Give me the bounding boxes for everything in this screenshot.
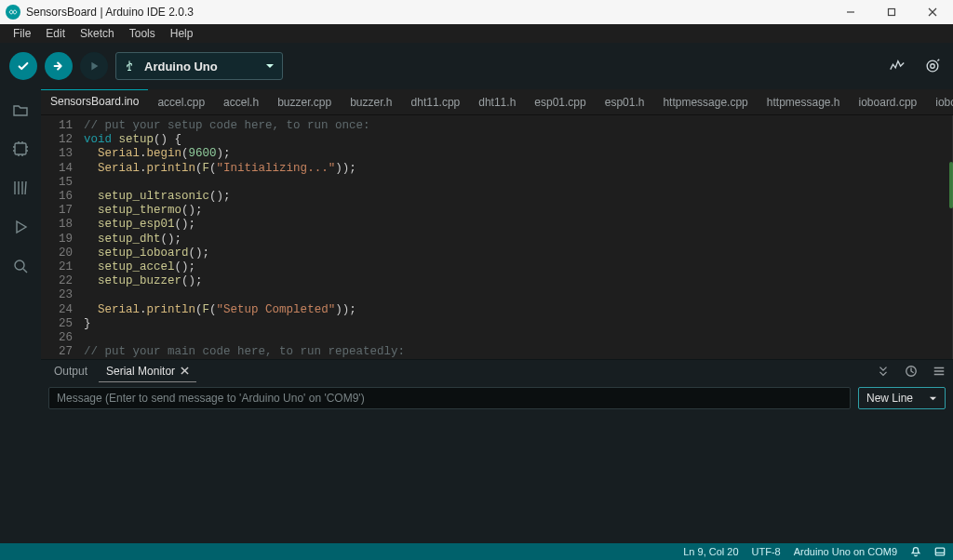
status-bar: Ln 9, Col 20 UTF-8 Arduino Uno on COM9	[0, 543, 953, 560]
panel-tabs: Output Serial Monitor	[41, 360, 953, 382]
library-manager-button[interactable]	[9, 177, 32, 199]
usb-icon	[124, 60, 135, 72]
debug-button[interactable]	[80, 52, 108, 80]
svg-rect-1	[889, 9, 895, 16]
menu-edit[interactable]: Edit	[38, 25, 73, 42]
editor-tab[interactable]: httpmessage.cpp	[653, 90, 757, 114]
bottom-panel: Output Serial Monitor New Line	[41, 359, 953, 543]
activity-bar	[0, 89, 41, 543]
menu-tools[interactable]: Tools	[122, 25, 163, 42]
debug-panel-button[interactable]	[9, 216, 32, 238]
editor-tab[interactable]: ioboard.h	[926, 90, 953, 114]
titlebar: SensorsBoard | Arduino IDE 2.0.3	[0, 0, 953, 24]
serial-monitor-body[interactable]	[41, 414, 953, 543]
panel-tab-serial-monitor[interactable]: Serial Monitor	[99, 361, 196, 382]
board-selector[interactable]: Arduino Uno	[115, 52, 283, 80]
sketchbook-button[interactable]	[9, 99, 32, 121]
panel-tab-label: Serial Monitor	[106, 365, 175, 378]
editor-tab[interactable]: httpmessage.h	[758, 90, 850, 114]
svg-point-7	[15, 260, 24, 270]
menu-sketch[interactable]: Sketch	[73, 25, 122, 42]
status-board-port[interactable]: Arduino Uno on COM9	[794, 546, 897, 557]
status-close-panel-button[interactable]	[934, 546, 946, 557]
panel-autoscroll-button[interactable]	[873, 361, 893, 381]
editor-tab[interactable]: dht11.cpp	[402, 90, 470, 114]
status-encoding[interactable]: UTF-8	[752, 546, 781, 557]
window-minimize-button[interactable]	[830, 0, 871, 24]
editor-tab[interactable]: accel.cpp	[148, 90, 214, 114]
status-notifications-button[interactable]	[910, 546, 921, 557]
panel-timestamp-button[interactable]	[901, 361, 921, 381]
line-ending-select[interactable]: New Line	[858, 387, 946, 409]
verify-button[interactable]	[9, 52, 37, 80]
boards-manager-button[interactable]	[9, 138, 32, 160]
board-selector-label: Arduino Uno	[144, 60, 237, 73]
serial-input-row: New Line	[41, 382, 953, 414]
window-title: SensorsBoard | Arduino IDE 2.0.3	[26, 6, 194, 19]
serial-monitor-button[interactable]	[921, 55, 944, 77]
window-close-button[interactable]	[912, 0, 953, 24]
editor-tab[interactable]: SensorsBoard.ino	[41, 89, 148, 114]
svg-point-4	[927, 60, 938, 72]
svg-rect-11	[935, 548, 944, 555]
toolbar: Arduino Uno	[0, 43, 953, 89]
editor-tab[interactable]: accel.h	[214, 90, 268, 114]
app-icon	[6, 5, 20, 20]
editor-code[interactable]: // put your setup code here, to run once…	[80, 115, 953, 359]
editor-tabs: SensorsBoard.inoaccel.cppaccel.hbuzzer.c…	[41, 89, 953, 115]
svg-point-5	[931, 64, 935, 69]
svg-rect-6	[15, 143, 26, 154]
panel-tab-output[interactable]: Output	[47, 361, 95, 381]
editor-tab[interactable]: buzzer.cpp	[268, 90, 341, 114]
editor-tab[interactable]: ioboard.cpp	[850, 90, 927, 114]
chevron-down-icon	[929, 394, 937, 403]
editor-tab[interactable]: esp01.h	[596, 90, 654, 114]
line-ending-label: New Line	[866, 392, 913, 405]
chevron-down-icon	[265, 60, 275, 73]
minimap-viewport[interactable]	[949, 162, 953, 208]
editor-tab[interactable]: buzzer.h	[341, 90, 401, 114]
upload-button[interactable]	[45, 52, 73, 80]
status-cursor-position[interactable]: Ln 9, Col 20	[683, 546, 738, 557]
editor-tab[interactable]: dht11.h	[469, 90, 525, 114]
search-button[interactable]	[9, 255, 32, 277]
serial-message-input[interactable]	[48, 387, 851, 409]
serial-plotter-button[interactable]	[886, 55, 908, 77]
menu-file[interactable]: File	[6, 25, 38, 42]
close-icon[interactable]	[181, 365, 189, 378]
panel-clear-button[interactable]	[929, 361, 949, 381]
editor-gutter: 11 12 13 14 15 16 17 18 19 20 21 22 23 2…	[41, 115, 80, 359]
window-maximize-button[interactable]	[871, 0, 912, 24]
menu-help[interactable]: Help	[163, 25, 201, 42]
menubar: File Edit Sketch Tools Help	[0, 24, 953, 43]
editor-tab[interactable]: esp01.cpp	[525, 90, 595, 114]
code-editor[interactable]: 11 12 13 14 15 16 17 18 19 20 21 22 23 2…	[41, 115, 953, 359]
